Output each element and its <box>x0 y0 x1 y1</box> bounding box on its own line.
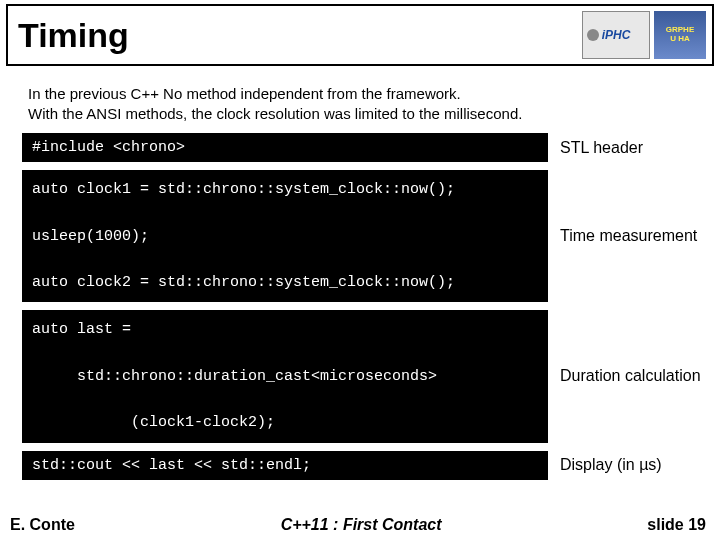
slide-footer: E. Conte C++11 : First Contact slide 19 <box>0 516 720 534</box>
intro-line-2: With the ANSI methods, the clock resolut… <box>28 104 692 124</box>
logo-group: iPHC GRPHE U HA <box>582 11 706 59</box>
code-display: std::cout << last << std::endl; <box>22 451 548 480</box>
iphc-logo: iPHC <box>582 11 650 59</box>
iphc-logo-text: iPHC <box>602 28 631 42</box>
intro-line-1: In the previous C++ No method independen… <box>28 84 692 104</box>
page-title: Timing <box>18 16 129 55</box>
row-measure: auto clock1 = std::chrono::system_clock:… <box>22 170 708 302</box>
label-display: Display (in µs) <box>560 455 662 475</box>
code-include: #include <chrono> <box>22 133 548 162</box>
label-time-measurement: Time measurement <box>560 226 697 246</box>
footer-title: C++11 : First Contact <box>281 516 442 534</box>
row-display: std::cout << last << std::endl; Display … <box>22 451 708 480</box>
label-duration-calc: Duration calculation <box>560 366 701 386</box>
slide-header: Timing iPHC GRPHE U HA <box>6 4 714 66</box>
row-include: #include <chrono> STL header <box>22 133 708 162</box>
footer-author: E. Conte <box>10 516 75 534</box>
footer-slide-number: slide 19 <box>647 516 706 534</box>
uha-logo-line2: U HA <box>670 35 690 44</box>
label-stl-header: STL header <box>560 138 643 158</box>
row-duration: auto last = std::chrono::duration_cast<m… <box>22 310 708 442</box>
code-duration: auto last = std::chrono::duration_cast<m… <box>22 310 548 442</box>
uha-logo: GRPHE U HA <box>654 11 706 59</box>
code-measure: auto clock1 = std::chrono::system_clock:… <box>22 170 548 302</box>
intro-text: In the previous C++ No method independen… <box>28 84 692 123</box>
